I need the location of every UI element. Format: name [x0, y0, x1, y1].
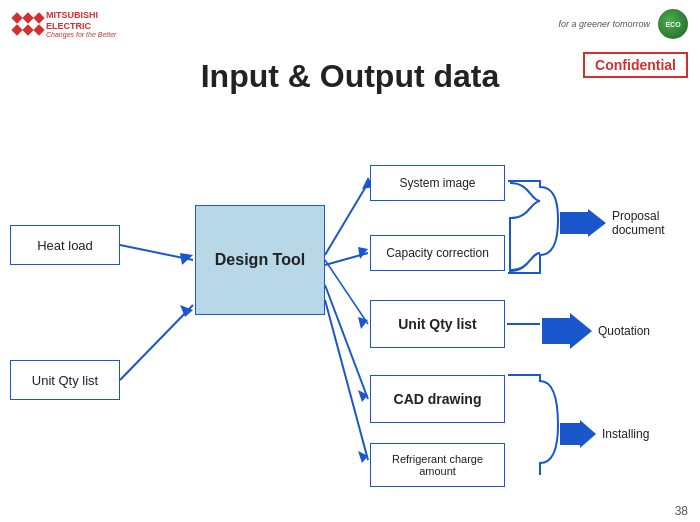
- design-tool-label: Design Tool: [215, 251, 305, 269]
- greener-tagline: for a greener tomorrow: [558, 19, 650, 29]
- page-number: 38: [675, 504, 688, 518]
- system-image-box: System image: [370, 165, 505, 201]
- unit-qty-list-out-label: Unit Qty list: [398, 316, 477, 332]
- svg-marker-3: [180, 305, 193, 317]
- installing-arrow-group: Installing: [560, 420, 649, 448]
- quotation-arrow-group: Quotation: [542, 313, 650, 349]
- quotation-label: Quotation: [598, 324, 650, 338]
- svg-marker-7: [358, 247, 368, 259]
- header: MITSUBISHI ELECTRIC Changes for the Bett…: [0, 0, 700, 48]
- proposal-arrow-head: [588, 209, 606, 237]
- svg-line-2: [120, 305, 193, 380]
- installing-arrow-head: [580, 420, 596, 448]
- svg-line-10: [325, 285, 368, 399]
- svg-marker-13: [358, 451, 368, 463]
- capacity-correction-label: Capacity correction: [386, 246, 489, 260]
- installing-label: Installing: [602, 427, 649, 441]
- capacity-correction-box: Capacity correction: [370, 235, 505, 271]
- proposal-arrow-group: Proposaldocument: [560, 209, 665, 237]
- heat-load-box: Heat load: [10, 225, 120, 265]
- quotation-arrow-body: [542, 318, 570, 344]
- cad-drawing-box: CAD drawing: [370, 375, 505, 423]
- svg-line-0: [120, 245, 193, 260]
- confidential-banner: Confidential: [583, 52, 688, 78]
- installing-arrow-body: [560, 423, 580, 445]
- svg-line-8: [325, 260, 368, 324]
- svg-line-4: [325, 183, 368, 255]
- quotation-arrow-head: [570, 313, 592, 349]
- logo-tagline: Changes for the Better: [46, 31, 116, 38]
- svg-marker-9: [358, 317, 368, 329]
- diagram: Heat load Unit Qty list Design Tool Syst…: [0, 105, 700, 475]
- svg-line-6: [325, 253, 368, 265]
- cad-drawing-label: CAD drawing: [394, 391, 482, 407]
- heat-load-label: Heat load: [37, 238, 93, 253]
- eco-badge: ECO: [658, 9, 688, 39]
- logo-mitsubishi: MITSUBISHI: [46, 10, 116, 21]
- proposal-label: Proposaldocument: [612, 209, 665, 237]
- eco-text: ECO: [665, 21, 680, 28]
- unit-qty-list-input-box: Unit Qty list: [10, 360, 120, 400]
- design-tool-box: Design Tool: [195, 205, 325, 315]
- refrigerant-label: Refrigerant charge amount: [379, 453, 496, 477]
- svg-line-12: [325, 300, 368, 460]
- unit-qty-list-output-box: Unit Qty list: [370, 300, 505, 348]
- logo-electric: ELECTRIC: [46, 21, 116, 32]
- system-image-label: System image: [399, 176, 475, 190]
- refrigerant-box: Refrigerant charge amount: [370, 443, 505, 487]
- proposal-arrow-body: [560, 212, 588, 234]
- logo-area: MITSUBISHI ELECTRIC Changes for the Bett…: [12, 10, 116, 39]
- svg-marker-11: [358, 390, 368, 402]
- header-right: for a greener tomorrow ECO: [558, 9, 688, 39]
- unit-qty-list-in-label: Unit Qty list: [32, 373, 98, 388]
- svg-marker-1: [180, 253, 193, 265]
